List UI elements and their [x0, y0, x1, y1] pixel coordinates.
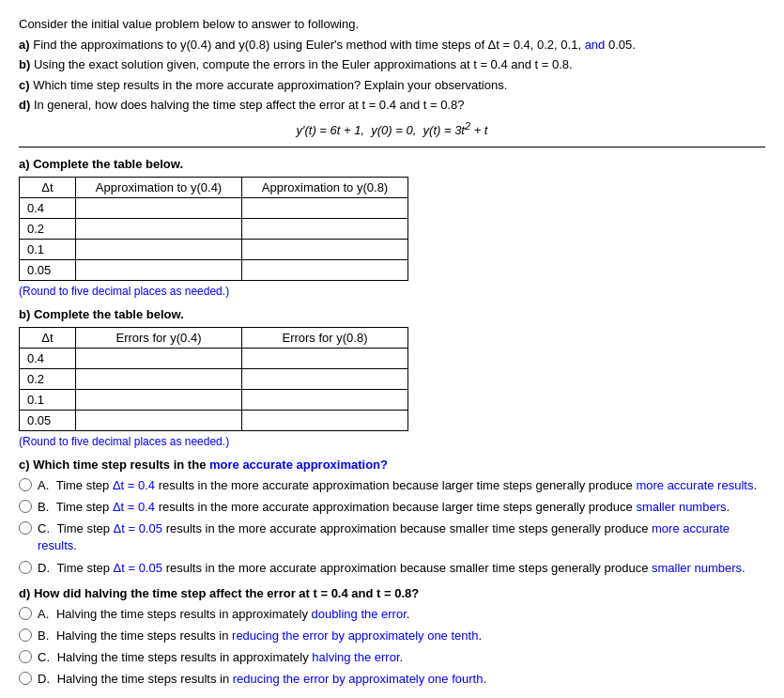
error-08-cell[interactable] [242, 389, 408, 410]
option-text: Time step Δt = 0.4 results in the more a… [56, 500, 730, 514]
table-row: 0.1 [20, 389, 408, 410]
dt-cell: 0.2 [20, 218, 76, 239]
table-row: 0.05 [20, 410, 408, 430]
option-text: Halving the time steps results in reduci… [57, 672, 486, 686]
radio-option-d-B[interactable]: B. Halving the time steps results in red… [19, 628, 765, 644]
table-b-col2: Errors for y(0.4) [76, 327, 242, 348]
option-text: Time step Δt = 0.05 results in the more … [56, 561, 745, 575]
approx-08-cell[interactable] [242, 259, 408, 280]
option-text: Halving the time steps results in approx… [57, 650, 404, 664]
error-08-cell[interactable] [242, 348, 408, 368]
part-d-label: d) [19, 98, 30, 112]
radio-circle[interactable] [19, 500, 32, 513]
approx-08-cell[interactable] [242, 239, 408, 259]
section-d-label: d) How did halving the time step affect … [19, 586, 765, 600]
section-d: d) How did halving the time step affect … [19, 586, 765, 689]
part-c-label: c) [19, 78, 30, 92]
option-text: Halving the time steps results in reduci… [56, 628, 482, 643]
table-row: 0.05 [20, 259, 408, 280]
radio-circle[interactable] [19, 672, 32, 685]
error-08-cell[interactable] [242, 410, 408, 430]
option-content: A. Time step Δt = 0.4 results in the mor… [38, 477, 757, 494]
radio-option-c-D[interactable]: D. Time step Δt = 0.05 results in the mo… [19, 560, 765, 577]
section-c: c) Which time step results in the more a… [19, 458, 765, 577]
table-a-col2: Approximation to y(0.4) [76, 177, 242, 197]
radio-circle[interactable] [19, 478, 32, 491]
approx-08-cell[interactable] [242, 218, 408, 239]
radio-circle[interactable] [19, 607, 32, 620]
radio-option-d-D[interactable]: D. Halving the time steps results in red… [19, 671, 765, 688]
dt-cell: 0.05 [20, 410, 76, 430]
section-b-label: b) Complete the table below. [19, 307, 765, 321]
radio-option-c-C[interactable]: C. Time step Δt = 0.05 results in the mo… [19, 520, 765, 554]
approx-08-cell[interactable] [242, 197, 408, 218]
table-a: Δt Approximation to y(0.4) Approximation… [19, 177, 408, 281]
part-c-text: Which time step results in the more accu… [33, 78, 507, 92]
equation-line: y′(t) = 6t + 1, y(0) = 0, y(t) = 3t2 + t [19, 120, 765, 137]
table-row: 0.4 [20, 348, 408, 368]
error-04-cell[interactable] [76, 410, 242, 430]
radio-circle[interactable] [19, 650, 32, 663]
option-content: D. Halving the time steps results in red… [38, 671, 486, 688]
error-04-cell[interactable] [76, 368, 242, 389]
dt-cell: 0.05 [20, 259, 76, 280]
error-04-cell[interactable] [76, 389, 242, 410]
table-b-col1: Δt [20, 327, 76, 348]
intro-part-b: b) Using the exact solution given, compu… [19, 55, 765, 74]
section-c-label: c) Which time step results in the more a… [19, 458, 765, 472]
divider [19, 147, 765, 147]
equation-text: y′(t) = 6t + 1, y(0) = 0, y(t) = 3t2 + t [297, 123, 488, 137]
table-row: 0.1 [20, 239, 408, 259]
table-row: 0.2 [20, 218, 408, 239]
section-d-options: A. Halving the time steps results in app… [19, 606, 765, 689]
error-08-cell[interactable] [242, 368, 408, 389]
radio-circle[interactable] [19, 561, 32, 574]
radio-option-c-A[interactable]: A. Time step Δt = 0.4 results in the mor… [19, 477, 765, 494]
option-text: Time step Δt = 0.05 results in the more … [38, 521, 730, 552]
part-a-text: Find the approximations to y(0.4) and y(… [33, 38, 636, 52]
section-b: b) Complete the table below. Δt Errors f… [19, 307, 765, 448]
table-b-col3: Errors for y(0.8) [242, 327, 408, 348]
part-b-label: b) [19, 57, 30, 71]
table-b: Δt Errors for y(0.4) Errors for y(0.8) 0… [19, 327, 408, 431]
option-content: B. Time step Δt = 0.4 results in the mor… [38, 499, 730, 516]
radio-option-c-B[interactable]: B. Time step Δt = 0.4 results in the mor… [19, 499, 765, 516]
option-text: Time step Δt = 0.4 results in the more a… [56, 478, 757, 492]
radio-option-d-A[interactable]: A. Halving the time steps results in app… [19, 606, 765, 623]
approx-04-cell[interactable] [76, 259, 242, 280]
table-row: 0.4 [20, 197, 408, 218]
section-a-note: (Round to five decimal places as needed.… [19, 285, 765, 298]
and-highlight: and [585, 38, 606, 52]
intro-part-c: c) Which time step results in the more a… [19, 76, 765, 95]
section-a: a) Complete the table below. Δt Approxim… [19, 157, 765, 298]
approx-04-cell[interactable] [76, 239, 242, 259]
dt-cell: 0.4 [20, 197, 76, 218]
radio-circle[interactable] [19, 521, 32, 535]
approx-04-cell[interactable] [76, 197, 242, 218]
option-content: B. Halving the time steps results in red… [38, 628, 482, 644]
table-a-col3: Approximation to y(0.8) [242, 177, 408, 197]
approx-04-cell[interactable] [76, 218, 242, 239]
table-row: 0.2 [20, 368, 408, 389]
intro-block: Consider the initial value problem below… [19, 15, 765, 115]
section-c-options: A. Time step Δt = 0.4 results in the mor… [19, 477, 765, 577]
section-a-label: a) Complete the table below. [19, 157, 765, 171]
part-b-text: Using the exact solution given, compute … [34, 57, 573, 71]
error-04-cell[interactable] [76, 348, 242, 368]
option-text: Halving the time steps results in approx… [56, 607, 410, 621]
dt-cell: 0.2 [20, 368, 76, 389]
preamble: Consider the initial value problem below… [19, 15, 765, 34]
option-content: D. Time step Δt = 0.05 results in the mo… [38, 560, 746, 577]
intro-part-d: d) In general, how does halving the time… [19, 96, 765, 115]
dt-cell: 0.1 [20, 239, 76, 259]
part-d-text: In general, how does halving the time st… [34, 98, 465, 112]
part-a-label: a) [19, 38, 30, 52]
dt-cell: 0.1 [20, 389, 76, 410]
option-content: C. Time step Δt = 0.05 results in the mo… [38, 520, 765, 554]
intro-part-a: a) Find the approximations to y(0.4) and… [19, 36, 765, 54]
radio-circle[interactable] [19, 628, 32, 642]
radio-option-d-C[interactable]: C. Halving the time steps results in app… [19, 649, 765, 666]
option-content: C. Halving the time steps results in app… [38, 649, 403, 666]
dt-cell: 0.4 [20, 348, 76, 368]
option-content: A. Halving the time steps results in app… [38, 606, 409, 623]
